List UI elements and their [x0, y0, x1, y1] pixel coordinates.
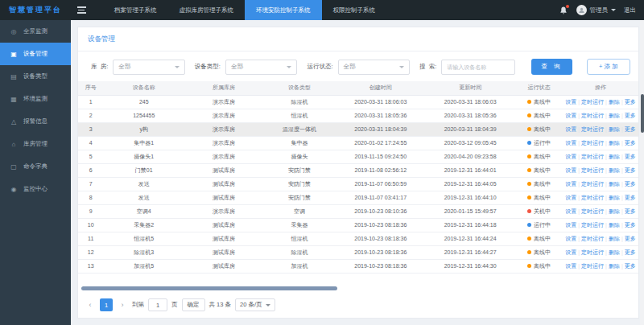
table-row[interactable]: 21254455演示库房恒湿机2020-03-31 18:05:362020-0…: [78, 109, 638, 122]
action-link-0[interactable]: 设置: [565, 236, 576, 241]
cell-created-time: 2020-03-31 18:05:36: [336, 109, 425, 122]
page-number-button[interactable]: 1: [100, 298, 113, 311]
run-status-select[interactable]: 全部: [338, 60, 411, 75]
action-link-1[interactable]: 定时运行: [581, 249, 604, 255]
action-link-0[interactable]: 设置: [565, 249, 576, 255]
horizontal-scrollbar[interactable]: [80, 286, 640, 290]
sidebar-item-panorama[interactable]: ◎全景监测: [0, 20, 71, 43]
action-link-0[interactable]: 设置: [565, 113, 576, 118]
action-link-2[interactable]: 删除: [609, 208, 620, 214]
goto-page-input[interactable]: [148, 298, 167, 311]
action-link-3[interactable]: 更多: [625, 222, 636, 228]
action-link-2[interactable]: 删除: [609, 113, 620, 118]
table-row[interactable]: 9空调4演示库房空调2019-10-23 08:10:362020-01-15 …: [78, 204, 638, 218]
table-row[interactable]: 8发送测试库房安防门禁2019-11-07 03:41:172019-12-31…: [78, 191, 638, 204]
logout-button[interactable]: 退出: [624, 6, 636, 14]
table-row[interactable]: 7发送测试库房安防门禁2019-11-07 06:50:592019-12-31…: [78, 177, 638, 191]
nav-tab-3[interactable]: 权限控制子系统: [322, 0, 387, 20]
notification-bell-icon[interactable]: [559, 6, 568, 15]
prev-page-button[interactable]: ‹: [85, 298, 96, 311]
device-table: 序号设备名称所属库房设备类型创建时间更新时间运行状态操作 1245演示库房除湿机…: [78, 81, 638, 274]
vertical-scrollbar[interactable]: [640, 20, 644, 325]
action-link-2[interactable]: 删除: [609, 154, 620, 159]
sidebar-item-monitor-center[interactable]: ◉监控中心: [0, 178, 71, 200]
action-link-2[interactable]: 删除: [609, 167, 620, 173]
next-page-button[interactable]: ›: [117, 298, 128, 311]
action-link-3[interactable]: 更多: [625, 208, 636, 214]
action-link-2[interactable]: 删除: [609, 126, 620, 132]
action-link-1[interactable]: 定时运行: [581, 195, 604, 200]
action-link-3[interactable]: 更多: [625, 236, 636, 241]
action-link-3[interactable]: 更多: [625, 140, 636, 146]
action-link-3[interactable]: 更多: [625, 181, 636, 187]
horizontal-scrollbar-thumb[interactable]: [81, 286, 337, 290]
warehouse-select[interactable]: 全部: [113, 60, 185, 75]
action-link-0[interactable]: 设置: [565, 99, 576, 105]
table-row[interactable]: 12除湿机3测试库房除湿机2019-10-23 08:18:362019-12-…: [78, 245, 638, 259]
action-link-1[interactable]: 定时运行: [581, 222, 604, 228]
table-row[interactable]: 4集中器1演示库房集中器2020-01-02 17:24:552020-03-1…: [78, 136, 638, 150]
action-link-3[interactable]: 更多: [625, 249, 636, 255]
sidebar-item-command-dict[interactable]: ▢命令字典: [0, 155, 71, 178]
table-row[interactable]: 6门禁01测试库房安防门禁2019-11-08 02:56:122019-12-…: [78, 163, 638, 177]
sidebar-item-environment[interactable]: ▦环境监测: [0, 88, 71, 110]
action-link-0[interactable]: 设置: [565, 167, 576, 173]
action-link-0[interactable]: 设置: [565, 208, 576, 214]
nav-tab-1[interactable]: 虚拟库房管理子系统: [168, 0, 246, 20]
sidebar-item-warehouse[interactable]: ⌂库房管理: [0, 133, 71, 155]
table-row[interactable]: 1245演示库房除湿机2020-03-31 18:06:032020-03-31…: [78, 95, 638, 109]
add-device-button[interactable]: + 添 加: [587, 59, 630, 75]
table-row[interactable]: 10采集器2测试库房采集器2019-10-23 08:18:362019-12-…: [78, 218, 638, 232]
table-row[interactable]: 13加湿机5测试库房加湿机2019-10-23 08:18:362019-12-…: [78, 259, 638, 273]
action-link-1[interactable]: 定时运行: [581, 263, 604, 269]
nav-tab-2[interactable]: 环境安防控制子系统: [245, 0, 322, 20]
action-link-3[interactable]: 更多: [625, 167, 636, 173]
action-link-2[interactable]: 删除: [609, 236, 620, 241]
action-link-1[interactable]: 定时运行: [581, 113, 604, 118]
action-link-0[interactable]: 设置: [565, 126, 576, 132]
action-link-2[interactable]: 删除: [609, 181, 620, 187]
action-link-0[interactable]: 设置: [565, 195, 576, 200]
sidebar-item-devices[interactable]: ▣设备管理: [0, 43, 71, 65]
action-link-2[interactable]: 删除: [609, 99, 620, 105]
action-link-1[interactable]: 定时运行: [581, 126, 604, 132]
action-link-0[interactable]: 设置: [565, 181, 576, 187]
action-link-1[interactable]: 定时运行: [581, 181, 604, 187]
action-link-2[interactable]: 删除: [609, 195, 620, 200]
action-link-3[interactable]: 更多: [625, 154, 636, 159]
sidebar-item-device-types[interactable]: ▤设备类型: [0, 65, 71, 88]
hamburger-menu-icon[interactable]: [71, 0, 92, 20]
action-link-3[interactable]: 更多: [625, 195, 636, 200]
goto-confirm-button[interactable]: 确定: [182, 298, 205, 311]
action-link-3[interactable]: 更多: [625, 126, 636, 132]
action-link-3[interactable]: 更多: [625, 113, 636, 118]
device-type-select[interactable]: 全部: [225, 60, 298, 75]
sidebar-item-alarms[interactable]: △报警信息: [0, 110, 71, 133]
action-link-3[interactable]: 更多: [625, 99, 636, 105]
search-input[interactable]: [441, 60, 515, 75]
table-row[interactable]: 11恒湿机5测试库房恒湿机2019-10-23 08:18:362019-12-…: [78, 232, 638, 245]
action-link-1[interactable]: 定时运行: [581, 154, 604, 159]
action-link-2[interactable]: 删除: [609, 249, 620, 255]
table-row[interactable]: 3y构演示库房温湿度一体机2020-03-31 18:04:392020-03-…: [78, 122, 638, 136]
vertical-scrollbar-thumb[interactable]: [641, 94, 644, 133]
action-link-1[interactable]: 定时运行: [581, 99, 604, 105]
action-link-1[interactable]: 定时运行: [581, 208, 604, 214]
action-link-0[interactable]: 设置: [565, 140, 576, 146]
action-separator: |: [621, 195, 623, 200]
action-link-2[interactable]: 删除: [609, 222, 620, 228]
table-row[interactable]: 5摄像头1演示库房摄像头2019-11-15 09:24:502020-04-2…: [78, 150, 638, 163]
nav-tab-0[interactable]: 档案管理子系统: [103, 0, 168, 20]
action-link-3[interactable]: 更多: [625, 263, 636, 269]
action-link-0[interactable]: 设置: [565, 263, 576, 269]
action-link-1[interactable]: 定时运行: [581, 140, 604, 146]
action-link-0[interactable]: 设置: [565, 222, 576, 228]
action-link-1[interactable]: 定时运行: [581, 236, 604, 241]
page-size-select[interactable]: 20 条/页: [235, 298, 275, 311]
action-link-2[interactable]: 删除: [609, 263, 620, 269]
action-link-0[interactable]: 设置: [565, 154, 576, 159]
user-menu[interactable]: 管理员: [576, 5, 617, 15]
query-button[interactable]: 查 询: [531, 59, 572, 75]
action-link-1[interactable]: 定时运行: [581, 167, 604, 173]
action-link-2[interactable]: 删除: [609, 140, 620, 146]
